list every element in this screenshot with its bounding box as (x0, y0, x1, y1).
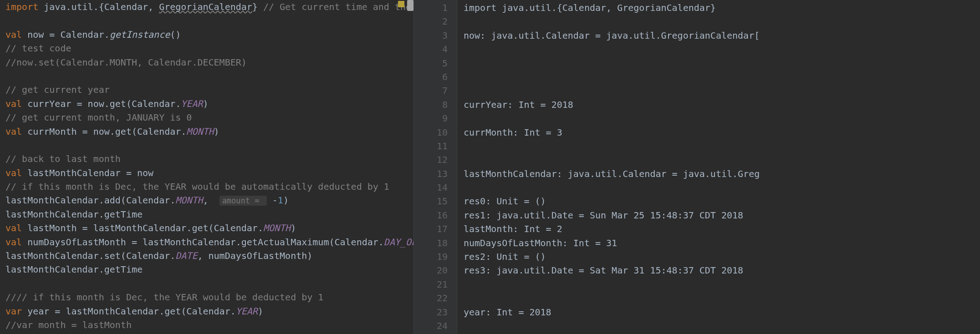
code-token: // back to last month (5, 153, 121, 164)
code-line[interactable]: //// if this month is Dec, the YEAR woul… (0, 290, 413, 304)
code-token: //// if this month is Dec, the YEAR woul… (5, 292, 323, 303)
code-token: currYear = now.get(Calendar. (22, 98, 181, 109)
code-token: val (5, 237, 22, 248)
code-line[interactable]: // test code (0, 41, 413, 55)
code-token: MONTH (263, 223, 291, 233)
code-line[interactable]: lastMonthCalendar.getTime (0, 263, 413, 276)
code-line[interactable]: // back to last month (0, 152, 413, 166)
code-line[interactable]: import java.util.{Calendar, GregorianCal… (0, 0, 413, 14)
code-token: , numDaysOfLastMonth) (197, 250, 312, 261)
line-number: 15 (414, 194, 457, 208)
line-number: 23 (414, 305, 457, 319)
output-line: currMonth: Int = 3 (464, 126, 980, 139)
code-token: val (5, 126, 22, 137)
code-token: var (5, 306, 22, 317)
repl-output-pane[interactable]: import java.util.{Calendar, GregorianCal… (457, 0, 980, 334)
code-token: } (252, 1, 263, 12)
output-line: res2: Unit = () (464, 250, 980, 263)
line-number: 6 (414, 70, 457, 84)
code-line[interactable] (0, 14, 413, 27)
code-token: ) (214, 126, 219, 137)
code-token: java.util.{Calendar, (38, 1, 159, 12)
line-number: 9 (414, 111, 457, 125)
code-token: ) (203, 98, 209, 109)
code-token: // Get current time and the last date (263, 1, 413, 12)
code-line[interactable]: val currYear = now.get(Calendar.YEAR) (0, 97, 413, 111)
code-line[interactable]: lastMonthCalendar.add(Calendar.MONTH, am… (0, 193, 413, 207)
code-editor-pane[interactable]: import java.util.{Calendar, GregorianCal… (0, 0, 413, 334)
code-token: lastMonthCalendar.set(Calendar. (5, 250, 175, 261)
code-line[interactable]: lastMonthCalendar.getTime (0, 207, 413, 221)
code-line[interactable]: lastMonthCalendar.set(Calendar.DATE, num… (0, 249, 413, 263)
code-line[interactable]: //now.set(Calendar.MONTH, Calendar.DECEM… (0, 56, 413, 69)
output-line: numDaysOfLastMonth: Int = 31 (464, 236, 980, 250)
output-line: import java.util.{Calendar, GregorianCal… (464, 1, 980, 15)
output-line (464, 42, 980, 56)
code-token: YEAR (181, 98, 203, 109)
line-number: 10 (414, 126, 457, 139)
code-token: // get current year (5, 84, 110, 95)
repl-output-content: import java.util.{Calendar, GregorianCal… (464, 1, 980, 333)
code-token: lastMonth = lastMonthCalendar.get(Calend… (22, 223, 263, 233)
output-line: res1: java.util.Date = Sun Mar 25 15:48:… (464, 208, 980, 222)
line-number: 7 (414, 84, 457, 97)
line-number: 13 (414, 167, 457, 181)
code-line[interactable] (0, 138, 413, 152)
code-token: - (267, 195, 278, 206)
line-number-gutter: 123456789101112131415161718192021222324 (413, 0, 457, 334)
code-token: lastMonthCalendar.getTime (5, 209, 143, 220)
output-line: year: Int = 2018 (464, 305, 980, 319)
line-number: 17 (414, 222, 457, 236)
code-line[interactable]: val now = Calendar.getInstance() (0, 28, 413, 41)
code-line[interactable]: //var month = lastMonth (0, 318, 413, 332)
code-token: val (5, 223, 22, 233)
code-token: currMonth = now.get(Calendar. (22, 126, 186, 137)
code-token: val (5, 29, 22, 40)
code-token: //now.set(Calendar.MONTH, Calendar.DECEM… (5, 57, 247, 68)
code-token: getInstance (110, 29, 170, 40)
line-number: 5 (414, 56, 457, 70)
code-token: // get current month, JANUARY is 0 (5, 112, 192, 123)
output-line (464, 153, 980, 167)
code-token: val (5, 167, 22, 178)
code-line[interactable]: val lastMonthCalendar = now (0, 166, 413, 180)
code-line[interactable]: val numDaysOfLastMonth = lastMonthCalend… (0, 235, 413, 249)
code-line[interactable] (0, 69, 413, 83)
code-line[interactable]: val currMonth = now.get(Calendar.MONTH) (0, 125, 413, 138)
output-line (464, 111, 980, 125)
code-line[interactable]: // get current year (0, 83, 413, 96)
code-token: YEAR (236, 306, 258, 317)
output-line (464, 278, 980, 291)
line-number: 8 (414, 98, 457, 111)
warning-indicator-icon[interactable] (398, 1, 404, 7)
code-line[interactable] (0, 277, 413, 290)
line-number: 20 (414, 263, 457, 277)
scrollbar-thumb[interactable] (407, 0, 413, 11)
code-line[interactable]: // get current month, JANUARY is 0 (0, 111, 413, 124)
code-token: lastMonthCalendar.add(Calendar. (5, 195, 175, 206)
output-line (464, 70, 980, 84)
output-line: lastMonthCalendar: java.util.Calendar = … (464, 167, 980, 181)
code-token: MONTH (175, 195, 203, 206)
code-token: DAY_OF_MONTH (384, 237, 413, 248)
code-token: //var month = lastMonth (5, 319, 132, 330)
code-token: numDaysOfLastMonth = lastMonthCalendar.g… (22, 237, 384, 248)
line-number: 18 (414, 236, 457, 250)
line-number: 14 (414, 181, 457, 194)
output-line: res0: Unit = () (464, 194, 980, 208)
code-token: import (5, 1, 38, 12)
output-line: currYear: Int = 2018 (464, 98, 980, 111)
code-line[interactable]: val lastMonth = lastMonthCalendar.get(Ca… (0, 221, 413, 235)
output-line: res3: java.util.Date = Sat Mar 31 15:48:… (464, 263, 980, 277)
code-editor-content[interactable]: import java.util.{Calendar, GregorianCal… (0, 0, 413, 332)
code-token: 1 (278, 195, 283, 206)
code-line[interactable]: var year = lastMonthCalendar.get(Calenda… (0, 304, 413, 318)
code-token: year = lastMonthCalendar.get(Calendar. (22, 306, 236, 317)
line-number: 11 (414, 139, 457, 153)
code-line[interactable]: // if this month is Dec, the YEAR would … (0, 180, 413, 193)
code-token: val (5, 98, 22, 109)
code-token: DATE (175, 250, 197, 261)
line-number: 2 (414, 15, 457, 28)
line-number: 22 (414, 291, 457, 305)
line-number: 4 (414, 42, 457, 56)
